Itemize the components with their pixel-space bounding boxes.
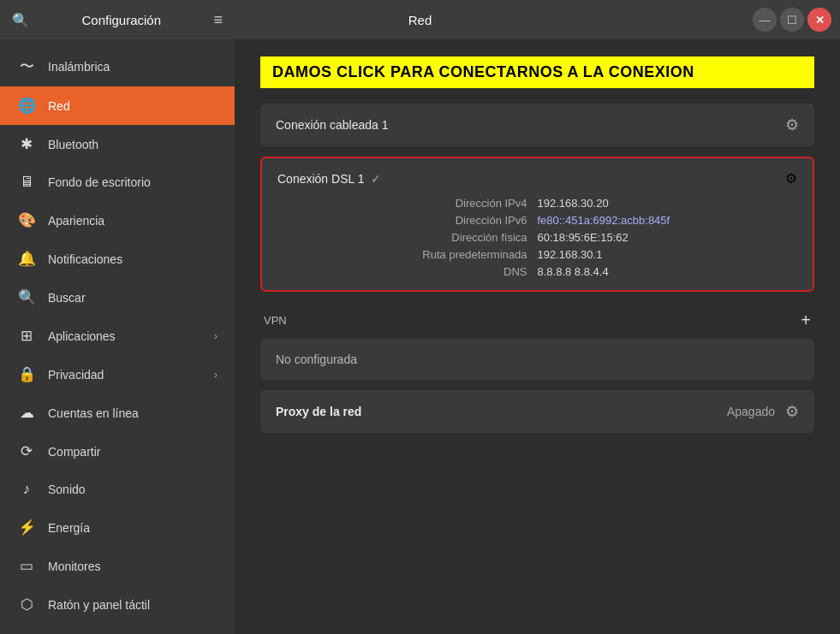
vpn-label: VPN <box>264 314 287 327</box>
sidebar-item-label: Compartir <box>48 445 100 459</box>
sidebar-item-aplicaciones[interactable]: ⊞ Aplicaciones › <box>0 317 235 355</box>
ipv6-label: Dirección IPv6 <box>286 214 538 227</box>
proxy-gear-icon[interactable]: ⚙ <box>785 402 799 421</box>
dsl-details: Dirección IPv4 192.168.30.20 Dirección I… <box>277 197 797 278</box>
vpn-section: VPN + No configurada <box>260 302 814 380</box>
appearance-icon: 🎨 <box>17 211 36 229</box>
desktop-icon: 🖥 <box>17 174 36 191</box>
vpn-add-button[interactable]: + <box>801 311 811 330</box>
instruction-banner: DAMOS CLICK PARA CONECTARNOS A LA CONEXI… <box>260 56 814 88</box>
gateway-label: Ruta predeterminada <box>286 248 538 261</box>
dsl-header: Conexión DSL 1 ✓ ⚙ <box>277 170 797 187</box>
dsl-title: Conexión DSL 1 ✓ <box>277 172 381 186</box>
dns-label: DNS <box>286 265 538 278</box>
sidebar-item-privacidad[interactable]: 🔒 Privacidad › <box>0 355 235 394</box>
sidebar-item-fondo[interactable]: 🖥 Fondo de escritorio <box>0 163 235 201</box>
cableada-left: Conexión cableada 1 <box>276 118 389 132</box>
mouse-icon: ⬡ <box>17 595 36 613</box>
proxy-label: Proxy de la red <box>276 405 361 418</box>
ipv6-value: fe80::451a:6992:acbb:845f <box>538 214 789 227</box>
proxy-row[interactable]: Proxy de la red Apagado ⚙ <box>260 390 814 433</box>
app-title: Configuración <box>36 13 206 27</box>
network-icon: 🌐 <box>17 97 36 115</box>
sidebar-item-raton[interactable]: ⬡ Ratón y panel táctil <box>0 585 235 624</box>
sidebar-item-label: Privacidad <box>48 368 104 382</box>
maximize-button[interactable]: ☐ <box>780 8 804 32</box>
gateway-value: 192.168.30.1 <box>538 248 789 261</box>
main-layout: 〜 Inalámbrica 🌐 Red ✱ Bluetooth 🖥 Fondo … <box>0 39 840 634</box>
proxy-right: Apagado ⚙ <box>727 402 799 421</box>
sidebar-item-label: Apariencia <box>48 214 104 228</box>
sidebar-item-label: Sonido <box>48 483 86 496</box>
window-title: Red <box>408 13 432 27</box>
dsl-label: Conexión DSL 1 <box>277 172 364 186</box>
vpn-header: VPN + <box>260 302 814 339</box>
share-icon: ⟳ <box>17 442 36 460</box>
bluetooth-icon: ✱ <box>17 135 36 153</box>
titlebar-left: 🔍 Configuración ≡ <box>0 11 235 29</box>
sidebar-item-sonido[interactable]: ♪ Sonido <box>0 471 235 508</box>
ipv4-value: 192.168.30.20 <box>538 197 789 210</box>
close-button[interactable]: ✕ <box>807 8 831 32</box>
dsl-gear-icon[interactable]: ⚙ <box>785 170 797 187</box>
apps-icon: ⊞ <box>17 327 36 345</box>
mac-value: 60:18:95:6E:15:62 <box>538 231 789 244</box>
sidebar-item-buscar[interactable]: 🔍 Buscar <box>0 278 235 317</box>
sidebar-item-apariencia[interactable]: 🎨 Apariencia <box>0 201 235 240</box>
cloud-icon: ☁ <box>17 404 36 422</box>
ipv4-label: Dirección IPv4 <box>286 197 538 210</box>
sidebar-item-label: Ratón y panel táctil <box>48 598 150 612</box>
energy-icon: ⚡ <box>17 518 36 536</box>
content-area: DAMOS CLICK PARA CONECTARNOS A LA CONEXI… <box>235 39 840 634</box>
sidebar-item-label: Inalámbrica <box>48 60 110 74</box>
sidebar: 〜 Inalámbrica 🌐 Red ✱ Bluetooth 🖥 Fondo … <box>0 39 235 634</box>
wifi-icon: 〜 <box>17 56 36 76</box>
sidebar-item-compartir[interactable]: ⟳ Compartir <box>0 432 235 471</box>
sidebar-item-inalambrica[interactable]: 〜 Inalámbrica <box>0 46 235 86</box>
window-controls: — ☐ ✕ <box>753 8 840 32</box>
sidebar-item-label: Cuentas en línea <box>48 406 139 420</box>
sidebar-item-label: Aplicaciones <box>48 329 116 343</box>
monitors-icon: ▭ <box>17 557 36 575</box>
sidebar-item-label: Red <box>48 99 70 113</box>
sidebar-item-label: Energía <box>48 521 90 535</box>
vpn-empty: No configurada <box>260 339 814 380</box>
sidebar-item-bluetooth[interactable]: ✱ Bluetooth <box>0 125 235 163</box>
menu-icon[interactable]: ≡ <box>213 11 223 29</box>
search-icon[interactable]: 🔍 <box>12 12 29 28</box>
chevron-right-icon: › <box>214 330 217 342</box>
mac-label: Dirección física <box>286 231 538 244</box>
sidebar-item-energia[interactable]: ⚡ Energía <box>0 508 235 547</box>
checkmark-icon: ✓ <box>371 172 381 186</box>
dsl-box[interactable]: Conexión DSL 1 ✓ ⚙ Dirección IPv4 192.16… <box>260 157 814 292</box>
chevron-right-icon: › <box>214 369 217 381</box>
cableada-gear-icon[interactable]: ⚙ <box>785 116 799 134</box>
sidebar-item-notificaciones[interactable]: 🔔 Notificaciones <box>0 240 235 278</box>
sidebar-item-cuentas[interactable]: ☁ Cuentas en línea <box>0 394 235 432</box>
sound-icon: ♪ <box>17 481 36 498</box>
sidebar-item-red[interactable]: 🌐 Red <box>0 86 235 125</box>
notifications-icon: 🔔 <box>17 250 36 268</box>
minimize-button[interactable]: — <box>753 8 777 32</box>
dns-value: 8.8.8.8 8.8.4.4 <box>538 265 789 278</box>
privacy-icon: 🔒 <box>17 365 36 383</box>
cableada-row[interactable]: Conexión cableada 1 ⚙ <box>260 104 814 146</box>
titlebar: 🔍 Configuración ≡ Red — ☐ ✕ <box>0 0 840 39</box>
sidebar-item-label: Monitores <box>48 560 100 573</box>
sidebar-item-label: Bluetooth <box>48 138 98 151</box>
sidebar-item-label: Fondo de escritorio <box>48 175 151 189</box>
sidebar-item-label: Buscar <box>48 291 86 305</box>
cableada-label: Conexión cableada 1 <box>276 118 389 132</box>
sidebar-item-monitores[interactable]: ▭ Monitores <box>0 547 235 585</box>
sidebar-item-label: Notificaciones <box>48 252 122 266</box>
proxy-status: Apagado <box>727 405 775 418</box>
search-sidebar-icon: 🔍 <box>17 288 36 306</box>
